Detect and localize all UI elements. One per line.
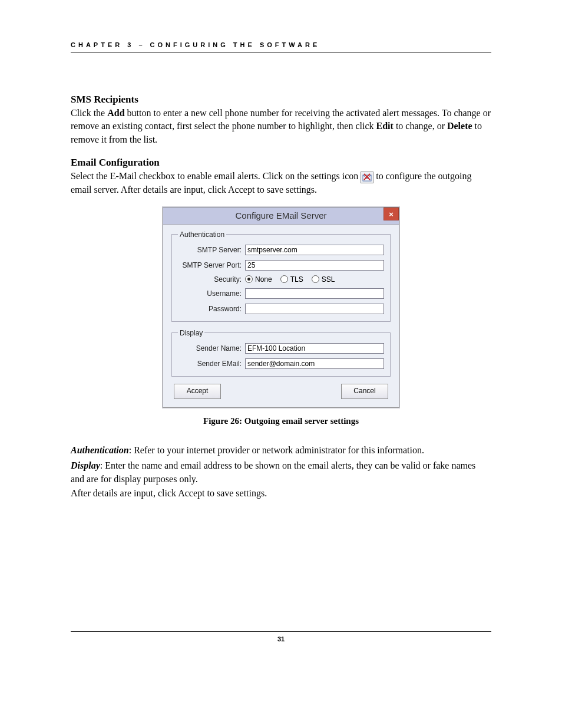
label-username: Username: bbox=[178, 289, 245, 298]
term-authentication: Authentication bbox=[71, 445, 129, 455]
text: : Refer to your internet provider or net… bbox=[129, 445, 424, 455]
radio-circle-icon bbox=[312, 275, 319, 283]
dialog-button-row: Accept Cancel bbox=[171, 384, 391, 399]
cancel-button[interactable]: Cancel bbox=[341, 384, 388, 399]
row-sender-email: Sender EMail: bbox=[178, 358, 384, 369]
radio-circle-icon bbox=[280, 275, 288, 283]
text: to change, or bbox=[394, 121, 447, 131]
paragraph-authentication-note: Authentication: Refer to your internet p… bbox=[71, 444, 491, 457]
dialog-close-button[interactable]: × bbox=[384, 207, 399, 220]
legend-authentication: Authentication bbox=[178, 230, 226, 239]
paragraph-display-note: Display: Enter the name and email addres… bbox=[71, 459, 491, 486]
radio-label: None bbox=[255, 275, 272, 284]
row-security: Security: None TLS bbox=[178, 275, 384, 284]
row-smtp-server: SMTP Server: bbox=[178, 245, 384, 255]
chapter-header: CHAPTER 3 – CONFIGURING THE SOFTWARE bbox=[71, 41, 491, 48]
input-smtp-port[interactable] bbox=[245, 260, 384, 271]
configure-email-dialog: Configure EMail Server × Authentication … bbox=[163, 207, 399, 408]
input-username[interactable] bbox=[245, 288, 384, 299]
figure-caption: Figure 26: Outgoing email server setting… bbox=[71, 416, 491, 426]
legend-display: Display bbox=[178, 329, 204, 337]
bold-add: Add bbox=[107, 108, 124, 118]
radio-security-none[interactable]: None bbox=[245, 275, 272, 284]
row-smtp-port: SMTP Server Port: bbox=[178, 260, 384, 271]
footer-rule bbox=[71, 631, 491, 632]
bold-edit: Edit bbox=[376, 121, 394, 131]
dialog-title: Configure EMail Server bbox=[235, 210, 326, 220]
row-sender-name: Sender Name: bbox=[178, 343, 384, 354]
settings-icon bbox=[361, 172, 373, 183]
label-security: Security: bbox=[178, 275, 245, 284]
dialog-figure: Configure EMail Server × Authentication … bbox=[71, 207, 491, 408]
fieldset-authentication: Authentication SMTP Server: SMTP Server … bbox=[171, 230, 391, 322]
radio-dot-icon bbox=[245, 275, 253, 283]
input-smtp-server[interactable] bbox=[245, 245, 384, 255]
heading-sms-recipients: SMS Recipients bbox=[71, 94, 491, 106]
input-sender-name[interactable] bbox=[245, 343, 384, 354]
label-sender-name: Sender Name: bbox=[178, 344, 245, 353]
text: Click the bbox=[71, 108, 107, 118]
page-number: 31 bbox=[71, 635, 491, 643]
radio-group-security: None TLS SSL bbox=[245, 275, 335, 284]
label-sender-email: Sender EMail: bbox=[178, 360, 245, 368]
paragraph-final: After details are input, click Accept to… bbox=[71, 487, 491, 500]
page-footer: 31 bbox=[71, 631, 491, 643]
text: Select the E-Mail checkbox to enable ema… bbox=[71, 171, 361, 181]
label-password: Password: bbox=[178, 305, 245, 313]
paragraph-sms: Click the Add button to enter a new cell… bbox=[71, 107, 491, 146]
label-smtp-port: SMTP Server Port: bbox=[178, 261, 245, 269]
text: : Enter the name and email address to be… bbox=[71, 460, 475, 483]
paragraph-email: Select the E-Mail checkbox to enable ema… bbox=[71, 170, 491, 196]
dialog-body: Authentication SMTP Server: SMTP Server … bbox=[163, 225, 399, 407]
accept-button[interactable]: Accept bbox=[174, 384, 221, 399]
row-password: Password: bbox=[178, 304, 384, 314]
row-username: Username: bbox=[178, 288, 384, 299]
radio-label: SSL bbox=[322, 275, 335, 284]
label-smtp-server: SMTP Server: bbox=[178, 246, 245, 254]
document-page: CHAPTER 3 – CONFIGURING THE SOFTWARE SMS… bbox=[0, 0, 562, 666]
header-rule bbox=[71, 52, 491, 52]
dialog-titlebar: Configure EMail Server × bbox=[163, 207, 399, 225]
term-display: Display bbox=[71, 460, 100, 470]
input-sender-email[interactable] bbox=[245, 358, 384, 369]
input-password[interactable] bbox=[245, 304, 384, 314]
heading-email-config: Email Configuration bbox=[71, 157, 491, 169]
radio-security-tls[interactable]: TLS bbox=[280, 275, 303, 284]
radio-security-ssl[interactable]: SSL bbox=[312, 275, 335, 284]
fieldset-display: Display Sender Name: Sender EMail: bbox=[171, 329, 391, 377]
radio-label: TLS bbox=[290, 275, 303, 284]
bold-delete: Delete bbox=[447, 121, 472, 131]
